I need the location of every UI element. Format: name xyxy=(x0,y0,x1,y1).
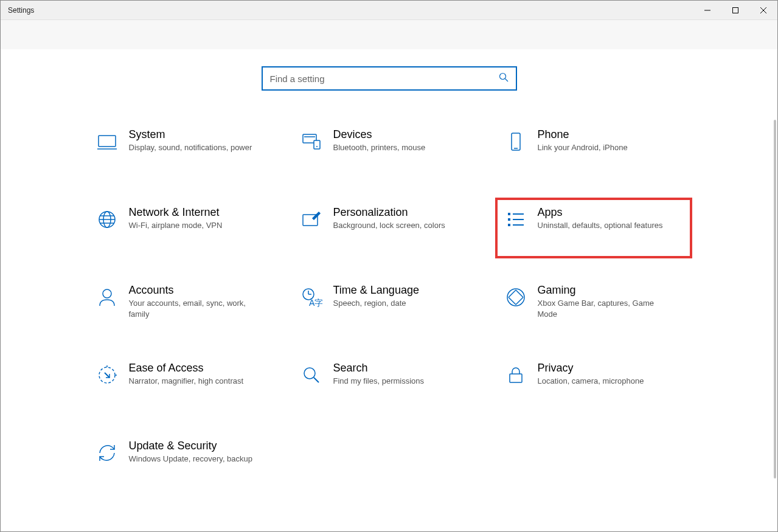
personalization-icon xyxy=(297,206,326,230)
svg-line-5 xyxy=(505,79,508,82)
tile-update[interactable]: Update & Security Windows Update, recove… xyxy=(88,432,282,491)
tile-desc: Find my files, permissions xyxy=(333,376,425,387)
tile-desc: Xbox Game Bar, captures, Game Mode xyxy=(538,298,672,320)
tile-desc: Location, camera, microphone xyxy=(538,376,644,387)
search-input[interactable] xyxy=(270,74,499,84)
window-controls xyxy=(693,1,777,19)
svg-rect-12 xyxy=(512,133,520,150)
svg-rect-10 xyxy=(314,140,320,149)
tile-title: Apps xyxy=(538,206,663,219)
svg-line-34 xyxy=(314,378,319,382)
svg-point-4 xyxy=(499,74,505,80)
tile-title: Gaming xyxy=(538,284,672,297)
content-area: System Display, sound, notifications, po… xyxy=(1,49,777,531)
tile-desc: Wi-Fi, airplane mode, VPN xyxy=(129,220,223,231)
svg-point-26 xyxy=(103,289,111,298)
tile-ease[interactable]: Ease of Access Narrator, magnifier, high… xyxy=(88,354,282,413)
tile-title: Privacy xyxy=(538,362,644,375)
tile-title: Update & Security xyxy=(129,440,253,452)
tile-title: Phone xyxy=(538,128,628,141)
search-container xyxy=(1,49,777,121)
tile-title: Search xyxy=(333,362,425,375)
phone-icon xyxy=(501,128,530,153)
apps-icon xyxy=(501,206,530,230)
svg-point-11 xyxy=(316,146,318,147)
window-title: Settings xyxy=(8,6,693,15)
devices-icon xyxy=(297,128,326,153)
ease-of-access-icon xyxy=(92,362,122,386)
tile-title: Accounts xyxy=(129,284,263,297)
tile-gaming[interactable]: Gaming Xbox Game Bar, captures, Game Mod… xyxy=(496,277,691,335)
gaming-icon xyxy=(501,284,530,308)
tile-title: Devices xyxy=(333,128,426,141)
accounts-icon xyxy=(92,284,122,308)
svg-rect-22 xyxy=(508,218,510,221)
minimize-button[interactable] xyxy=(693,1,721,19)
tile-title: Ease of Access xyxy=(129,362,244,375)
svg-text:A字: A字 xyxy=(309,298,322,308)
tile-desc: Background, lock screen, colors xyxy=(333,220,445,231)
tile-system[interactable]: System Display, sound, notifications, po… xyxy=(88,121,282,179)
tile-time[interactable]: A字 Time & Language Speech, region, date xyxy=(292,277,487,335)
svg-rect-35 xyxy=(510,374,522,382)
svg-rect-1 xyxy=(733,7,738,13)
svg-point-31 xyxy=(507,289,524,306)
scrollbar-thumb[interactable] xyxy=(774,120,776,478)
svg-rect-20 xyxy=(508,213,510,215)
privacy-icon xyxy=(501,362,530,386)
tile-desc: Link your Android, iPhone xyxy=(538,142,628,153)
system-icon xyxy=(92,128,122,153)
update-icon xyxy=(92,440,122,464)
tile-desc: Display, sound, notifications, power xyxy=(129,142,252,153)
titlebar: Settings xyxy=(1,1,777,20)
tile-network[interactable]: Network & Internet Wi-Fi, airplane mode,… xyxy=(88,199,282,257)
tile-title: System xyxy=(129,128,252,141)
globe-icon xyxy=(92,206,122,230)
tile-desc: Speech, region, date xyxy=(333,298,419,309)
close-button[interactable] xyxy=(749,1,777,19)
tile-title: Personalization xyxy=(333,206,445,219)
maximize-button[interactable] xyxy=(721,1,749,19)
tile-title: Network & Internet xyxy=(129,206,223,219)
tile-desc: Bluetooth, printers, mouse xyxy=(333,142,426,153)
header-strip xyxy=(1,20,777,49)
tile-desc: Narrator, magnifier, high contrast xyxy=(129,376,244,387)
time-language-icon: A字 xyxy=(297,284,326,308)
svg-rect-24 xyxy=(508,224,510,226)
search-category-icon xyxy=(297,362,326,386)
svg-rect-6 xyxy=(99,136,116,147)
tile-devices[interactable]: Devices Bluetooth, printers, mouse xyxy=(292,121,487,179)
tile-desc: Your accounts, email, sync, work, family xyxy=(129,298,263,320)
tile-title: Time & Language xyxy=(333,284,419,297)
tile-desc: Uninstall, defaults, optional features xyxy=(538,220,663,231)
tile-accounts[interactable]: Accounts Your accounts, email, sync, wor… xyxy=(88,277,282,335)
tile-phone[interactable]: Phone Link your Android, iPhone xyxy=(496,121,691,179)
tile-search[interactable]: Search Find my files, permissions xyxy=(292,354,487,413)
tile-apps[interactable]: Apps Uninstall, defaults, optional featu… xyxy=(496,199,691,257)
search-box[interactable] xyxy=(262,66,517,91)
tile-privacy[interactable]: Privacy Location, camera, microphone xyxy=(496,354,691,413)
settings-grid: System Display, sound, notifications, po… xyxy=(88,121,691,515)
svg-point-33 xyxy=(304,368,315,379)
tile-personalization[interactable]: Personalization Background, lock screen,… xyxy=(292,199,487,257)
tile-desc: Windows Update, recovery, backup xyxy=(129,454,253,465)
search-icon xyxy=(499,72,509,85)
